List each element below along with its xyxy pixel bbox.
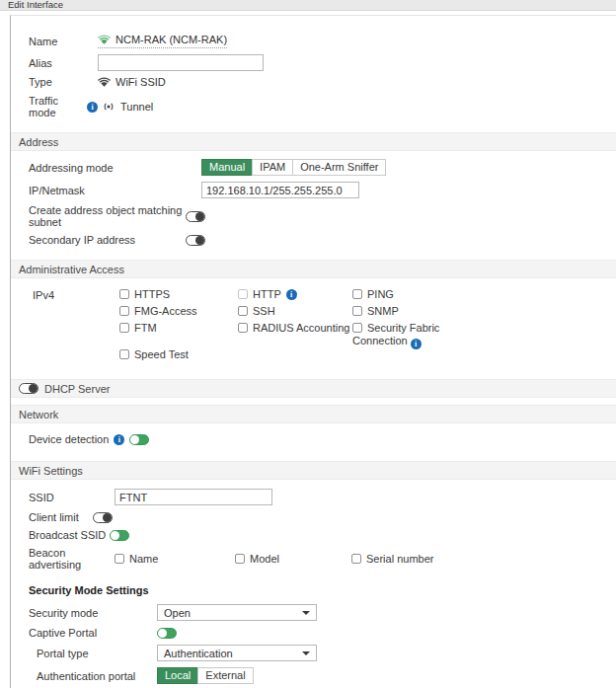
section-wifi-settings: WiFi Settings [11, 461, 616, 480]
info-icon[interactable] [114, 434, 124, 445]
ip-netmask-label: IP/Netmask [29, 185, 201, 196]
section-wifi-settings-title: WiFi Settings [19, 462, 83, 480]
admin-access-col1: HTTPS FMG-Access FTM Speed Test [119, 288, 238, 365]
auth-portal-label: Authentication portal [37, 670, 157, 682]
create-address-object-row: Create address object matching subnet [11, 204, 616, 228]
info-icon[interactable] [411, 339, 422, 349]
addressing-mode-ipam-button[interactable]: IPAM [252, 159, 293, 176]
checkbox-row-fmg: FMG-Access [119, 305, 238, 317]
alias-row: Alias [11, 54, 616, 71]
section-dhcp-server: DHCP Server [11, 379, 616, 398]
radius-accounting-label: RADIUS Accounting [253, 322, 349, 334]
beacon-name-checkbox[interactable] [115, 554, 124, 564]
client-limit-toggle[interactable] [93, 512, 113, 523]
section-address: Address [11, 132, 616, 151]
captive-portal-label: Captive Portal [29, 627, 157, 639]
page-title: Edit Interface [0, 0, 616, 11]
client-limit-label: Client limit [29, 511, 93, 523]
broadcast-ssid-toggle[interactable] [110, 530, 129, 541]
checkbox-row-radius: RADIUS Accounting [238, 322, 352, 334]
device-detection-toggle[interactable] [129, 434, 149, 445]
interface-name-value[interactable]: NCM-RAK (NCM-RAK) [98, 34, 227, 48]
beacon-advertising-row: Beacon advertising Name Model Serial num… [11, 547, 616, 571]
auth-portal-segmented: Local External [157, 667, 254, 684]
type-label: Type [29, 76, 98, 88]
security-mode-value: Open [164, 607, 191, 619]
addressing-mode-manual-button[interactable]: Manual [201, 159, 253, 176]
addressing-mode-label: Addressing mode [29, 162, 201, 174]
radius-accounting-checkbox[interactable] [238, 323, 248, 333]
ip-netmask-row: IP/Netmask [11, 182, 616, 198]
security-fabric-checkbox[interactable] [352, 323, 362, 333]
ssid-input[interactable] [115, 489, 272, 505]
traffic-mode-label: Traffic mode [29, 95, 83, 118]
speed-test-checkbox[interactable] [119, 349, 129, 359]
checkbox-row-http: HTTP [238, 288, 352, 300]
beacon-model-label: Model [250, 553, 279, 565]
wifi-ssid-icon [98, 77, 111, 88]
auth-portal-external-button[interactable]: External [197, 667, 253, 684]
type-row: Type WiFi SSID [11, 76, 616, 88]
tunnel-icon [102, 102, 116, 112]
auth-portal-local-button[interactable]: Local [157, 667, 198, 684]
security-mode-label: Security mode [29, 607, 157, 619]
speed-test-label: Speed Test [134, 348, 189, 360]
snmp-label: SNMP [367, 305, 399, 317]
http-label: HTTP [253, 288, 281, 300]
info-icon[interactable] [286, 289, 297, 300]
chevron-down-icon [302, 611, 310, 615]
beacon-serial-checkbox[interactable] [351, 554, 361, 564]
alias-input[interactable] [98, 54, 264, 71]
addressing-mode-segmented: Manual IPAM One-Arm Sniffer [201, 159, 386, 176]
ftm-checkbox[interactable] [119, 323, 129, 333]
checkbox-row-ssh: SSH [238, 305, 352, 317]
create-address-object-toggle[interactable] [186, 211, 205, 222]
client-limit-row: Client limit [11, 511, 616, 523]
addressing-mode-row: Addressing mode Manual IPAM One-Arm Snif… [11, 159, 616, 176]
alias-label: Alias [29, 57, 98, 69]
captive-portal-row: Captive Portal [11, 627, 616, 639]
name-row: Name NCM-RAK (NCM-RAK) [11, 34, 616, 48]
ip-netmask-input[interactable] [201, 182, 359, 198]
security-mode-settings-heading: Security Mode Settings [11, 584, 616, 596]
ssh-label: SSH [253, 305, 275, 317]
fmg-access-checkbox[interactable] [119, 306, 129, 316]
dhcp-server-toggle[interactable] [19, 383, 38, 394]
ping-label: PING [367, 288, 394, 300]
name-label: Name [29, 36, 98, 47]
security-fabric-label: Security Fabric Connection [352, 322, 439, 346]
security-mode-select[interactable]: Open [157, 604, 317, 621]
fmg-access-label: FMG-Access [134, 305, 197, 317]
http-checkbox[interactable] [238, 289, 248, 299]
ssh-checkbox[interactable] [238, 306, 248, 316]
portal-type-row: Portal type Authentication [11, 645, 616, 661]
broadcast-ssid-row: Broadcast SSID [11, 529, 616, 541]
info-icon[interactable] [87, 102, 98, 113]
section-address-title: Address [19, 133, 58, 151]
edit-interface-panel: Name NCM-RAK (NCM-RAK) Alias Type WiFi S… [10, 15, 616, 688]
traffic-mode-row: Traffic mode Tunnel [11, 95, 616, 118]
create-address-object-label: Create address object matching subnet [29, 204, 186, 228]
admin-access-col3: PING SNMP Security Fabric Connection [352, 288, 481, 365]
portal-type-value: Authentication [164, 648, 233, 659]
checkbox-row-snmp: SNMP [352, 305, 481, 317]
addressing-mode-sniffer-button[interactable]: One-Arm Sniffer [292, 159, 386, 176]
section-network: Network [11, 405, 616, 423]
portal-type-select[interactable]: Authentication [157, 645, 317, 661]
ftm-label: FTM [134, 322, 157, 334]
ping-checkbox[interactable] [352, 289, 362, 299]
secondary-ip-toggle[interactable] [186, 235, 205, 246]
beacon-name-label: Name [129, 553, 158, 565]
checkbox-row-ping: PING [352, 288, 481, 300]
beacon-model-checkbox[interactable] [235, 554, 245, 564]
https-checkbox[interactable] [119, 289, 129, 299]
ssid-label: SSID [29, 492, 115, 503]
section-admin-access-title: Administrative Access [19, 261, 124, 278]
checkbox-row-ftm: FTM [119, 322, 238, 334]
checkbox-row-https: HTTPS [119, 288, 238, 300]
https-label: HTTPS [134, 288, 170, 300]
captive-portal-toggle[interactable] [157, 628, 177, 639]
section-admin-access: Administrative Access [11, 260, 616, 278]
secondary-ip-label: Secondary IP address [29, 234, 186, 246]
snmp-checkbox[interactable] [352, 306, 362, 316]
